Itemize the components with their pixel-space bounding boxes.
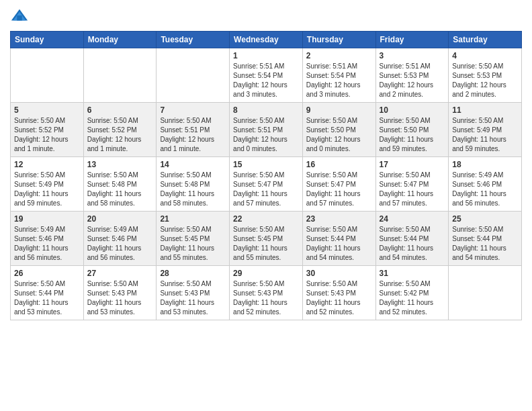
day-number: 7 <box>160 105 226 115</box>
svg-rect-2 <box>17 15 21 20</box>
calendar-cell: 25Sunrise: 5:50 AM Sunset: 5:44 PM Dayli… <box>449 212 522 266</box>
day-info: Sunrise: 5:50 AM Sunset: 5:51 PM Dayligh… <box>160 116 226 154</box>
calendar-cell: 26Sunrise: 5:50 AM Sunset: 5:44 PM Dayli… <box>11 266 84 320</box>
day-info: Sunrise: 5:50 AM Sunset: 5:43 PM Dayligh… <box>160 279 226 317</box>
day-number: 14 <box>160 160 226 169</box>
day-number: 1 <box>233 51 299 60</box>
day-number: 15 <box>233 160 299 169</box>
calendar-table: SundayMondayTuesdayWednesdayThursdayFrid… <box>10 31 522 320</box>
day-number: 5 <box>14 105 80 115</box>
calendar-cell: 1Sunrise: 5:51 AM Sunset: 5:54 PM Daylig… <box>230 48 303 103</box>
day-number: 13 <box>87 160 153 169</box>
calendar-header: SundayMondayTuesdayWednesdayThursdayFrid… <box>11 32 522 48</box>
calendar-body: 1Sunrise: 5:51 AM Sunset: 5:54 PM Daylig… <box>11 48 522 320</box>
day-number: 23 <box>306 214 372 224</box>
day-number: 19 <box>14 214 80 224</box>
day-info: Sunrise: 5:50 AM Sunset: 5:51 PM Dayligh… <box>233 116 299 154</box>
day-info: Sunrise: 5:50 AM Sunset: 5:48 PM Dayligh… <box>87 171 153 208</box>
weekday-header-tuesday: Tuesday <box>157 32 230 48</box>
calendar-cell: 15Sunrise: 5:50 AM Sunset: 5:47 PM Dayli… <box>230 157 303 212</box>
day-info: Sunrise: 5:51 AM Sunset: 5:54 PM Dayligh… <box>306 62 372 99</box>
calendar-cell: 8Sunrise: 5:50 AM Sunset: 5:51 PM Daylig… <box>230 103 303 157</box>
day-info: Sunrise: 5:50 AM Sunset: 5:49 PM Dayligh… <box>14 171 80 208</box>
day-number: 2 <box>306 51 372 60</box>
day-info: Sunrise: 5:49 AM Sunset: 5:46 PM Dayligh… <box>452 171 518 208</box>
calendar-cell: 23Sunrise: 5:50 AM Sunset: 5:44 PM Dayli… <box>302 212 375 266</box>
day-number: 30 <box>306 269 372 278</box>
calendar-cell: 14Sunrise: 5:50 AM Sunset: 5:48 PM Dayli… <box>157 157 230 212</box>
day-info: Sunrise: 5:51 AM Sunset: 5:54 PM Dayligh… <box>233 62 299 99</box>
day-info: Sunrise: 5:50 AM Sunset: 5:42 PM Dayligh… <box>380 279 445 317</box>
calendar-cell <box>83 48 157 103</box>
day-number: 24 <box>380 214 445 224</box>
day-number: 6 <box>87 105 153 115</box>
calendar-cell: 28Sunrise: 5:50 AM Sunset: 5:43 PM Dayli… <box>157 266 230 320</box>
weekday-header-sunday: Sunday <box>11 32 84 48</box>
page: SundayMondayTuesdayWednesdayThursdayFrid… <box>0 0 532 411</box>
day-info: Sunrise: 5:50 AM Sunset: 5:43 PM Dayligh… <box>87 279 153 317</box>
calendar-cell: 27Sunrise: 5:50 AM Sunset: 5:43 PM Dayli… <box>83 266 157 320</box>
logo <box>10 7 32 26</box>
day-info: Sunrise: 5:50 AM Sunset: 5:52 PM Dayligh… <box>14 116 80 154</box>
calendar-week-1: 1Sunrise: 5:51 AM Sunset: 5:54 PM Daylig… <box>11 48 522 103</box>
calendar-cell: 22Sunrise: 5:50 AM Sunset: 5:45 PM Dayli… <box>230 212 303 266</box>
weekday-header-friday: Friday <box>375 32 449 48</box>
day-info: Sunrise: 5:50 AM Sunset: 5:50 PM Dayligh… <box>380 116 445 154</box>
day-number: 10 <box>380 105 445 115</box>
calendar-cell: 5Sunrise: 5:50 AM Sunset: 5:52 PM Daylig… <box>11 103 84 157</box>
day-info: Sunrise: 5:50 AM Sunset: 5:45 PM Dayligh… <box>233 225 299 263</box>
calendar-week-5: 26Sunrise: 5:50 AM Sunset: 5:44 PM Dayli… <box>11 266 522 320</box>
calendar-cell: 9Sunrise: 5:50 AM Sunset: 5:50 PM Daylig… <box>302 103 375 157</box>
calendar-cell: 20Sunrise: 5:49 AM Sunset: 5:46 PM Dayli… <box>83 212 157 266</box>
day-number: 17 <box>380 160 445 169</box>
calendar-cell: 21Sunrise: 5:50 AM Sunset: 5:45 PM Dayli… <box>157 212 230 266</box>
day-info: Sunrise: 5:50 AM Sunset: 5:43 PM Dayligh… <box>306 279 372 317</box>
day-number: 27 <box>87 269 153 278</box>
day-info: Sunrise: 5:49 AM Sunset: 5:46 PM Dayligh… <box>14 225 80 263</box>
calendar-cell <box>449 266 522 320</box>
calendar-cell: 17Sunrise: 5:50 AM Sunset: 5:47 PM Dayli… <box>375 157 449 212</box>
calendar-cell: 4Sunrise: 5:50 AM Sunset: 5:53 PM Daylig… <box>449 48 522 103</box>
calendar-cell: 30Sunrise: 5:50 AM Sunset: 5:43 PM Dayli… <box>302 266 375 320</box>
weekday-header-thursday: Thursday <box>302 32 375 48</box>
calendar-cell <box>11 48 84 103</box>
calendar-week-2: 5Sunrise: 5:50 AM Sunset: 5:52 PM Daylig… <box>11 103 522 157</box>
day-number: 18 <box>452 160 518 169</box>
calendar-cell: 19Sunrise: 5:49 AM Sunset: 5:46 PM Dayli… <box>11 212 84 266</box>
day-number: 4 <box>452 51 518 60</box>
day-number: 31 <box>380 269 445 278</box>
day-number: 3 <box>380 51 445 60</box>
day-info: Sunrise: 5:50 AM Sunset: 5:47 PM Dayligh… <box>233 171 299 208</box>
calendar-cell: 29Sunrise: 5:50 AM Sunset: 5:43 PM Dayli… <box>230 266 303 320</box>
calendar-cell: 10Sunrise: 5:50 AM Sunset: 5:50 PM Dayli… <box>375 103 449 157</box>
day-info: Sunrise: 5:50 AM Sunset: 5:44 PM Dayligh… <box>380 225 445 263</box>
day-number: 8 <box>233 105 299 115</box>
day-number: 16 <box>306 160 372 169</box>
day-info: Sunrise: 5:50 AM Sunset: 5:43 PM Dayligh… <box>233 279 299 317</box>
calendar-cell: 3Sunrise: 5:51 AM Sunset: 5:53 PM Daylig… <box>375 48 449 103</box>
day-info: Sunrise: 5:50 AM Sunset: 5:44 PM Dayligh… <box>306 225 372 263</box>
calendar-cell: 6Sunrise: 5:50 AM Sunset: 5:52 PM Daylig… <box>83 103 157 157</box>
calendar-cell: 11Sunrise: 5:50 AM Sunset: 5:49 PM Dayli… <box>449 103 522 157</box>
day-number: 20 <box>87 214 153 224</box>
calendar-week-4: 19Sunrise: 5:49 AM Sunset: 5:46 PM Dayli… <box>11 212 522 266</box>
day-info: Sunrise: 5:51 AM Sunset: 5:53 PM Dayligh… <box>380 62 445 99</box>
calendar-cell: 7Sunrise: 5:50 AM Sunset: 5:51 PM Daylig… <box>157 103 230 157</box>
day-number: 28 <box>160 269 226 278</box>
day-number: 12 <box>14 160 80 169</box>
day-number: 22 <box>233 214 299 224</box>
day-info: Sunrise: 5:50 AM Sunset: 5:52 PM Dayligh… <box>87 116 153 154</box>
day-number: 26 <box>14 269 80 278</box>
day-info: Sunrise: 5:50 AM Sunset: 5:47 PM Dayligh… <box>380 171 445 208</box>
weekday-header-row: SundayMondayTuesdayWednesdayThursdayFrid… <box>11 32 522 48</box>
calendar-cell: 13Sunrise: 5:50 AM Sunset: 5:48 PM Dayli… <box>83 157 157 212</box>
day-info: Sunrise: 5:50 AM Sunset: 5:44 PM Dayligh… <box>452 225 518 263</box>
weekday-header-saturday: Saturday <box>449 32 522 48</box>
calendar-cell: 12Sunrise: 5:50 AM Sunset: 5:49 PM Dayli… <box>11 157 84 212</box>
weekday-header-monday: Monday <box>83 32 157 48</box>
logo-icon <box>10 7 29 26</box>
day-number: 29 <box>233 269 299 278</box>
day-number: 9 <box>306 105 372 115</box>
day-info: Sunrise: 5:50 AM Sunset: 5:50 PM Dayligh… <box>306 116 372 154</box>
calendar-cell: 2Sunrise: 5:51 AM Sunset: 5:54 PM Daylig… <box>302 48 375 103</box>
